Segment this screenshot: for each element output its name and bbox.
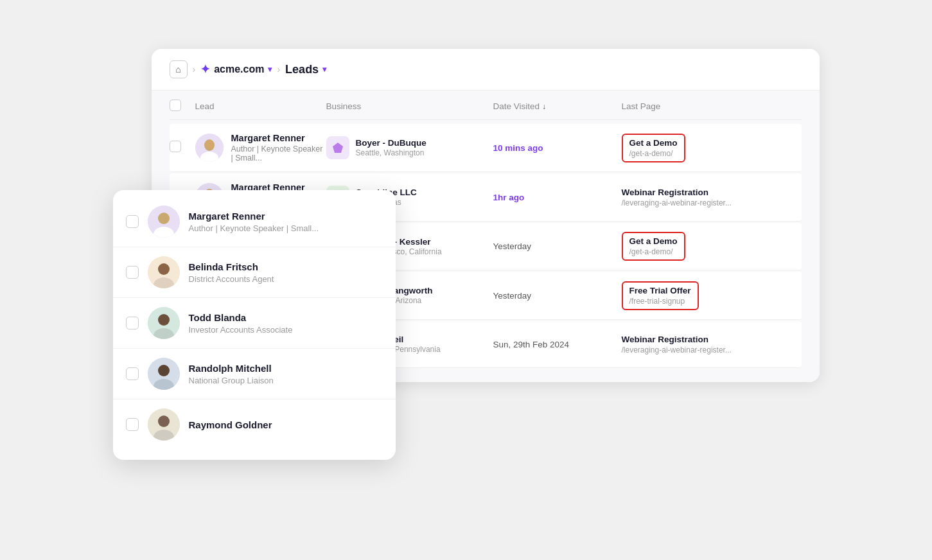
floating-panel-row[interactable]: Randolph Mitchell National Group Liaison <box>113 349 396 399</box>
svg-point-36 <box>158 365 170 376</box>
date-col-header[interactable]: Date Visited ↓ <box>493 101 622 111</box>
fp-title: Author | Keynote Speaker | Small... <box>189 223 319 233</box>
business-col-header: Business <box>326 101 493 111</box>
floating-panel-rows: Margaret Renner Author | Keynote Speaker… <box>113 197 396 450</box>
acme-chevron-icon: ▾ <box>268 65 272 74</box>
leads-breadcrumb[interactable]: Leads ▾ <box>285 63 326 76</box>
breadcrumb-sep-1: › <box>193 64 196 74</box>
lead-title: Author | Keynote Speaker | Small... <box>231 144 326 162</box>
biz-name: Boyer - DuBuque <box>356 138 426 148</box>
fp-info: Raymond Goldner <box>189 419 272 430</box>
fp-checkbox[interactable] <box>126 418 139 431</box>
svg-marker-4 <box>333 143 343 153</box>
fp-checkbox[interactable] <box>126 215 139 228</box>
leads-chevron-icon: ▾ <box>322 65 326 74</box>
date-cell: Yesterday <box>493 291 622 301</box>
lastpage-col-header: Last Page <box>622 101 802 111</box>
svg-point-39 <box>158 416 170 427</box>
fp-avatar <box>148 408 180 441</box>
lead-cell: Margaret Renner Author | Keynote Speaker… <box>195 133 326 162</box>
biz-info: Boyer - DuBuque Seattle, Washington <box>356 138 426 157</box>
fp-info: Randolph Mitchell National Group Liaison <box>189 363 274 385</box>
row-checkbox[interactable] <box>170 141 195 155</box>
business-cell: Boyer - DuBuque Seattle, Washington <box>326 136 493 159</box>
fp-title: Investor Accounts Associate <box>189 325 293 335</box>
svg-point-3 <box>205 140 214 149</box>
lead-name: Margaret Renner <box>231 133 326 143</box>
header-checkbox[interactable] <box>170 100 181 111</box>
fp-name: Raymond Goldner <box>189 419 272 430</box>
lastpage-cell: Get a Demo /get-a-demo/ <box>622 232 802 261</box>
table-row[interactable]: Margaret Renner Author | Keynote Speaker… <box>170 124 802 172</box>
fp-avatar <box>148 358 180 390</box>
lead-col-header: Lead <box>195 101 326 111</box>
lastpage-cell: Webinar Registration /leveraging-ai-webi… <box>622 331 802 358</box>
page-name: Free Trial Offer <box>629 286 691 295</box>
floating-panel-row[interactable]: Belinda Fritsch District Accounts Agent <box>113 247 396 298</box>
fp-info: Todd Blanda Investor Accounts Associate <box>189 312 293 335</box>
svg-point-33 <box>158 314 170 326</box>
fp-avatar <box>148 206 180 238</box>
diamond-icon: ✦ <box>200 62 210 76</box>
page-url: /leveraging-ai-webinar-register... <box>622 198 802 207</box>
fp-info: Belinda Fritsch District Accounts Agent <box>189 261 274 284</box>
breadcrumb-sep-2: › <box>277 64 280 74</box>
floating-panel-row[interactable]: Todd Blanda Investor Accounts Associate <box>113 298 396 349</box>
fp-title: National Group Liaison <box>189 376 274 385</box>
fp-name: Belinda Fritsch <box>189 261 274 272</box>
breadcrumb: ⌂ › ✦ acme.com ▾ › Leads ▾ <box>152 49 820 91</box>
floating-panel-row[interactable]: Margaret Renner Author | Keynote Speaker… <box>113 197 396 247</box>
date-cell: 10 mins ago <box>493 143 622 153</box>
leads-label: Leads <box>285 63 319 76</box>
lead-avatar <box>195 134 224 162</box>
date-cell: Yesterday <box>493 241 622 251</box>
fp-title: District Accounts Agent <box>189 274 274 284</box>
svg-point-30 <box>158 263 170 275</box>
home-button[interactable]: ⌂ <box>170 60 188 78</box>
fp-name: Margaret Renner <box>189 211 319 222</box>
fp-name: Todd Blanda <box>189 312 293 323</box>
lead-info: Margaret Renner Author | Keynote Speaker… <box>231 133 326 162</box>
lastpage-cell: Webinar Registration /leveraging-ai-webi… <box>622 184 802 211</box>
page-url: /leveraging-ai-webinar-register... <box>622 346 802 354</box>
biz-logo <box>326 136 349 159</box>
page-url: /get-a-demo/ <box>629 247 678 256</box>
date-cell: 1hr ago <box>493 193 622 202</box>
lastpage-cell: Free Trial Offer /free-trial-signup <box>622 281 802 310</box>
acme-label: acme.com <box>214 64 264 75</box>
lastpage-cell: Get a Demo /get-a-demo/ <box>622 134 802 162</box>
biz-location: Seattle, Washington <box>356 148 426 157</box>
fp-checkbox[interactable] <box>126 317 139 329</box>
page-url: /get-a-demo/ <box>629 149 678 158</box>
page-name: Get a Demo <box>629 236 678 246</box>
page-url: /free-trial-signup <box>629 297 691 306</box>
fp-avatar <box>148 307 180 339</box>
acme-breadcrumb[interactable]: ✦ acme.com ▾ <box>200 62 272 76</box>
fp-avatar <box>148 256 180 288</box>
fp-name: Randolph Mitchell <box>189 363 274 374</box>
floating-panel-row[interactable]: Raymond Goldner <box>113 399 396 450</box>
page-name: Get a Demo <box>629 138 678 148</box>
page-name: Webinar Registration <box>622 335 802 344</box>
fp-checkbox[interactable] <box>126 367 139 380</box>
date-cell: Sun, 29th Feb 2024 <box>493 340 622 349</box>
fp-checkbox[interactable] <box>126 266 139 279</box>
floating-panel: Margaret Renner Author | Keynote Speaker… <box>113 190 396 460</box>
page-container: ⌂ › ✦ acme.com ▾ › Leads ▾ Lead Busin <box>113 49 820 511</box>
table-header: Lead Business Date Visited ↓ Last Page <box>170 91 802 120</box>
select-all-checkbox[interactable] <box>170 100 195 113</box>
fp-info: Margaret Renner Author | Keynote Speaker… <box>189 211 319 233</box>
home-icon: ⌂ <box>175 64 180 74</box>
page-name: Webinar Registration <box>622 188 802 197</box>
sort-icon: ↓ <box>542 102 546 111</box>
svg-point-27 <box>158 213 170 224</box>
